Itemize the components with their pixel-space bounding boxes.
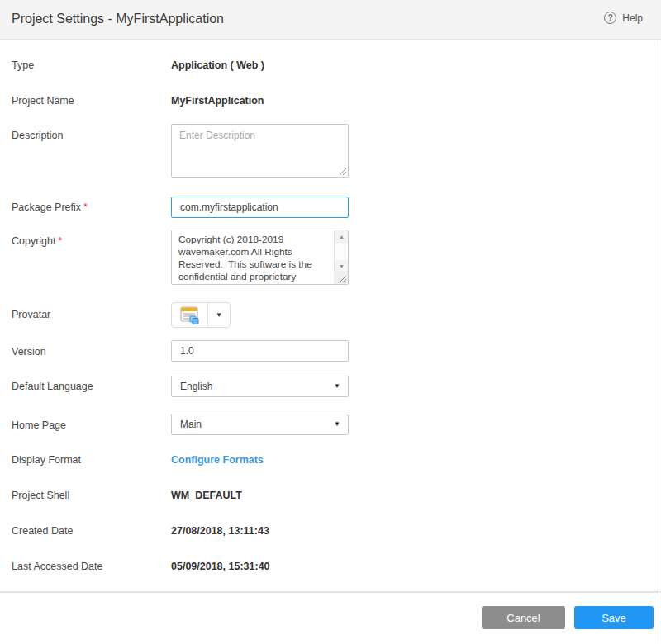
- display-format-label: Display Format: [12, 454, 81, 466]
- version-input[interactable]: [171, 340, 349, 362]
- help-label: Help: [622, 12, 643, 24]
- chevron-down-icon: ▼: [334, 376, 340, 396]
- page-title: Project Settings - MyFirstApplication: [12, 12, 224, 26]
- copyright-textarea[interactable]: Copyright (c) 2018-2019 wavemaker.com Al…: [171, 230, 349, 285]
- provatar-table-icon: [179, 305, 201, 325]
- package-prefix-label: Package Prefix*: [12, 201, 88, 213]
- description-textarea[interactable]: Enter Description: [171, 124, 349, 178]
- project-name-label: Project Name: [12, 95, 74, 107]
- created-date-value: 27/08/2018, 13:11:43: [171, 525, 269, 537]
- copyright-text: Copyright (c) 2018-2019 wavemaker.com Al…: [178, 234, 321, 285]
- configure-formats-link[interactable]: Configure Formats: [171, 454, 264, 466]
- footer-divider: [0, 591, 661, 593]
- default-language-select[interactable]: English ▼: [171, 376, 349, 397]
- provatar-current-icon[interactable]: [172, 303, 208, 327]
- home-page-value: Main: [180, 419, 202, 430]
- package-prefix-input[interactable]: [171, 197, 349, 218]
- provatar-dropdown-caret[interactable]: ▼: [208, 303, 230, 327]
- project-settings-dialog: Project Settings - MyFirstApplication ? …: [0, 0, 661, 644]
- home-page-select[interactable]: Main ▼: [171, 414, 349, 435]
- provatar-label: Provatar: [12, 309, 50, 320]
- dialog-header: Project Settings - MyFirstApplication ? …: [0, 0, 661, 40]
- provatar-picker-button[interactable]: ▼: [171, 302, 231, 328]
- home-page-label: Home Page: [12, 419, 66, 431]
- description-label: Description: [12, 130, 64, 141]
- project-name-value: MyFirstApplication: [171, 95, 264, 107]
- project-shell-label: Project Shell: [12, 490, 69, 501]
- resize-grip-icon[interactable]: [337, 166, 347, 176]
- type-value: Application ( Web ): [171, 59, 264, 71]
- last-accessed-date-value: 05/09/2018, 15:31:40: [171, 561, 270, 572]
- created-date-label: Created Date: [12, 525, 73, 537]
- save-button[interactable]: Save: [574, 606, 654, 629]
- default-language-label: Default Language: [12, 381, 93, 392]
- project-shell-value: WM_DEFAULT: [171, 490, 242, 501]
- settings-form: Type Application ( Web ) Project Name My…: [0, 40, 659, 644]
- required-asterisk: *: [83, 201, 88, 213]
- last-accessed-date-label: Last Accessed Date: [12, 561, 102, 572]
- scroll-up-icon[interactable]: ▲: [335, 230, 349, 244]
- default-language-value: English: [180, 381, 212, 392]
- version-label: Version: [12, 346, 46, 358]
- resize-grip-icon[interactable]: [337, 273, 347, 283]
- cancel-button[interactable]: Cancel: [482, 606, 565, 629]
- description-placeholder: Enter Description: [179, 130, 255, 141]
- help-question-icon: ?: [604, 12, 616, 24]
- type-label: Type: [12, 59, 34, 71]
- help-button[interactable]: ? Help: [604, 12, 643, 24]
- required-asterisk: *: [59, 235, 63, 247]
- chevron-down-icon: ▼: [334, 414, 340, 434]
- copyright-label: Copyright*: [12, 235, 62, 247]
- scrollbar-track[interactable]: [335, 244, 349, 260]
